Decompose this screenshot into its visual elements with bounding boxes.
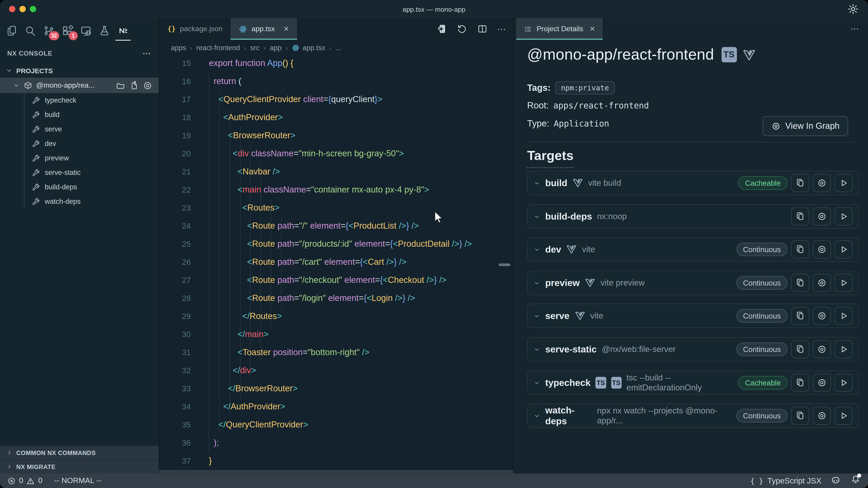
code-text: </AuthProvider>: [209, 398, 285, 416]
split-editor-icon[interactable]: [477, 24, 488, 34]
run-target-button[interactable]: [835, 307, 852, 325]
copy-button[interactable]: [791, 407, 809, 425]
mouse-cursor: [433, 210, 443, 224]
nx-console-icon[interactable]: [117, 24, 129, 37]
editor-tab-package.json[interactable]: {}package.json: [159, 18, 231, 40]
scrollbar-thumb[interactable]: [499, 263, 510, 266]
panel-more-icon[interactable]: ⋯: [850, 24, 860, 34]
code-text: );: [209, 434, 219, 452]
copy-button[interactable]: [791, 307, 809, 325]
chevron-down-icon: [533, 313, 540, 319]
sidebar-more-icon[interactable]: ⋯: [143, 48, 151, 58]
line-number: 26: [159, 253, 191, 271]
copy-button[interactable]: [791, 374, 809, 392]
source-control-icon[interactable]: 32: [42, 24, 55, 37]
target-card-build[interactable]: buildvite buildCacheable: [527, 171, 859, 195]
code-text: <Route path="/cart" element={<Cart />} /…: [209, 253, 406, 271]
target-card-build-deps[interactable]: build-depsnx:noop: [527, 204, 859, 229]
target-card-serve-static[interactable]: serve-static@nx/web:file-serverContinuou…: [527, 337, 859, 361]
copy-button[interactable]: [791, 274, 809, 292]
breadcrumb-label: react-frontend: [196, 44, 240, 52]
remote-explorer-icon[interactable]: [80, 24, 92, 37]
view-in-graph-button[interactable]: View In Graph: [763, 116, 848, 136]
more-actions-icon[interactable]: ⋯: [497, 24, 507, 34]
run-target-button[interactable]: [835, 240, 852, 258]
target-command: @nx/web:file-server: [602, 344, 676, 354]
refresh-icon[interactable]: [457, 24, 467, 34]
test-beaker-icon[interactable]: [98, 24, 111, 37]
view-target-button[interactable]: [813, 307, 831, 325]
breadcrumb-item-app[interactable]: app: [270, 44, 282, 52]
target-card-serve[interactable]: serveviteContinuous: [527, 304, 859, 328]
close-icon[interactable]: ✕: [590, 25, 595, 33]
target-name: serve: [545, 311, 569, 321]
root-value: apps/react-frontend: [553, 101, 649, 110]
run-target-button[interactable]: [835, 407, 852, 425]
target-card-preview[interactable]: previewvite previewContinuous: [527, 271, 859, 295]
wrench-icon: [32, 154, 40, 162]
breadcrumb-item-app.tsx[interactable]: app.tsx: [292, 44, 325, 52]
copilot-icon[interactable]: [831, 475, 841, 486]
tree-item-project[interactable]: @mono-app/rea...: [0, 78, 159, 93]
code-editor[interactable]: 15export function App() {16 return (17 <…: [159, 56, 513, 474]
sidebar: 321 NX CONSOLE ⋯ PROJECTS@mono-app/rea..…: [0, 18, 159, 474]
target-card-dev[interactable]: devviteContinuous: [527, 237, 859, 262]
file-export-icon[interactable]: [129, 80, 139, 90]
view-target-button[interactable]: [813, 274, 831, 292]
breadcrumb-item-react-frontend[interactable]: react-frontend: [196, 44, 240, 52]
search-icon[interactable]: [24, 24, 37, 37]
run-target-button[interactable]: [835, 274, 852, 292]
line-number: 21: [159, 163, 191, 181]
code-line-37: 37}: [159, 452, 513, 470]
vim-mode-indicator[interactable]: -- NORMAL --: [54, 476, 101, 485]
view-target-button[interactable]: [813, 174, 831, 192]
section-nx-migrate[interactable]: NX MIGRATE: [0, 459, 159, 474]
tree-section-projects[interactable]: PROJECTS: [0, 63, 159, 78]
code-text: </BrowserRouter>: [209, 380, 298, 398]
close-icon[interactable]: ✕: [283, 25, 289, 33]
wrench-icon: [32, 183, 40, 191]
language-mode[interactable]: { } TypeScript JSX: [750, 476, 822, 486]
view-target-button[interactable]: [813, 407, 831, 425]
extensions-icon[interactable]: 1: [61, 24, 74, 37]
breadcrumb-item-...[interactable]: ...: [336, 44, 341, 52]
explorer-icon[interactable]: [5, 24, 18, 37]
chevron-down-icon: [5, 67, 13, 74]
copy-button[interactable]: [791, 240, 809, 258]
copy-button[interactable]: [791, 174, 809, 192]
target-icon[interactable]: [143, 80, 152, 90]
code-text: <Route path="/checkout" element={<Checko…: [209, 271, 447, 289]
code-line-35: 35 </QueryClientProvider>: [159, 416, 513, 434]
line-number: 17: [159, 90, 191, 108]
run-target-button[interactable]: [835, 340, 852, 358]
run-target-button[interactable]: [835, 207, 852, 225]
settings-editor-icon[interactable]: [436, 24, 447, 34]
notifications-bell-icon[interactable]: [850, 475, 861, 487]
copy-button[interactable]: [791, 207, 809, 225]
code-text: <Toaster position="bottom-right" />: [209, 344, 369, 361]
line-number: 18: [159, 108, 191, 127]
line-number: 31: [159, 344, 191, 361]
section-common-nx-commands[interactable]: COMMON NX COMMANDS: [0, 446, 159, 459]
folder-icon[interactable]: [116, 80, 125, 90]
view-target-button[interactable]: [813, 374, 831, 392]
target-card-typecheck[interactable]: typecheckTSTStsc --build --emitDeclarati…: [527, 370, 859, 395]
target-label: watch-deps: [45, 197, 81, 205]
target-card-watch-deps[interactable]: watch-depsnpx nx watch --projects @mono-…: [527, 403, 859, 428]
tab-project-details[interactable]: Project Details ✕: [516, 18, 602, 40]
view-target-button[interactable]: [813, 240, 831, 258]
view-target-button[interactable]: [813, 207, 831, 225]
run-target-button[interactable]: [835, 174, 852, 192]
panel-body: @mono-app/react-frontend TS Tags: npm:pr…: [514, 40, 868, 474]
breadcrumb-item-apps[interactable]: apps: [171, 44, 186, 52]
run-target-button[interactable]: [835, 374, 852, 392]
editor-tab-app.tsx[interactable]: app.tsx✕: [231, 18, 297, 40]
breadcrumb-item-src[interactable]: src: [250, 44, 259, 52]
view-target-button[interactable]: [813, 340, 831, 358]
problems-status[interactable]: 0 0: [7, 476, 42, 485]
line-number: 38: [159, 470, 191, 474]
gear-icon[interactable]: [847, 3, 859, 15]
code-text: export function App() {: [209, 54, 293, 72]
target-actions: [791, 207, 852, 225]
copy-button[interactable]: [791, 340, 809, 358]
